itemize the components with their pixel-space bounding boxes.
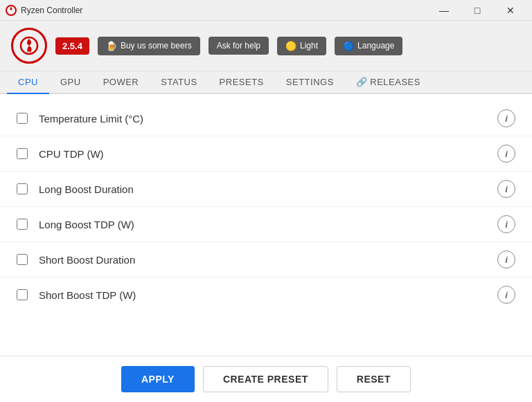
label-long-boost-duration: Long Boost Duration	[39, 183, 497, 195]
tab-cpu[interactable]: CPU	[7, 71, 49, 94]
language-icon: 🔵	[343, 41, 354, 51]
setting-row-temp-limit: Temperature Limit (°C) i	[0, 101, 532, 136]
tab-presets[interactable]: PRESETS	[209, 71, 275, 94]
tab-status[interactable]: STATUS	[150, 71, 208, 94]
info-btn-temp-limit[interactable]: i	[497, 109, 515, 127]
title-bar: Ryzen Controller — □ ✕	[0, 0, 532, 21]
minimize-button[interactable]: —	[428, 0, 460, 21]
app-icon	[6, 5, 17, 16]
info-btn-long-boost-tdp[interactable]: i	[497, 215, 515, 233]
beer-icon: 🍺	[106, 41, 117, 51]
info-btn-short-boost-tdp[interactable]: i	[497, 286, 515, 304]
title-bar-controls: — □ ✕	[428, 0, 526, 21]
setting-row-short-boost-tdp: Short Boost TDP (W) i	[0, 277, 532, 312]
setting-row-long-boost-duration: Long Boost Duration i	[0, 172, 532, 207]
maximize-button[interactable]: □	[461, 0, 493, 21]
reset-button[interactable]: RESET	[337, 366, 411, 392]
checkbox-long-boost-duration[interactable]	[17, 183, 28, 194]
info-btn-long-boost-duration[interactable]: i	[497, 180, 515, 198]
close-button[interactable]: ✕	[495, 0, 526, 21]
footer: APPLY CREATE PRESET RESET	[0, 356, 532, 402]
label-cpu-tdp: CPU TDP (W)	[39, 148, 497, 160]
light-button[interactable]: 🟡 Light	[277, 37, 326, 55]
label-temp-limit: Temperature Limit (°C)	[39, 113, 497, 125]
version-badge[interactable]: 2.5.4	[55, 37, 89, 55]
create-preset-button[interactable]: CREATE PRESET	[203, 366, 328, 392]
info-btn-short-boost-duration[interactable]: i	[497, 250, 515, 268]
setting-row-cpu-tdp: CPU TDP (W) i	[0, 136, 532, 172]
nav-tabs: CPU GPU POWER STATUS PRESETS SETTINGS 🔗 …	[0, 71, 532, 94]
ryzen-logo	[19, 36, 39, 55]
buy-beer-button[interactable]: 🍺 Buy us some beers	[98, 37, 200, 55]
main-content: Temperature Limit (°C) i CPU TDP (W) i L…	[0, 94, 532, 356]
label-long-boost-tdp: Long Boost TDP (W)	[39, 219, 497, 230]
apply-button[interactable]: APPLY	[121, 366, 195, 392]
setting-row-short-boost-duration: Short Boost Duration i	[0, 242, 532, 277]
label-short-boost-duration: Short Boost Duration	[39, 254, 497, 266]
setting-row-long-boost-tdp: Long Boost TDP (W) i	[0, 207, 532, 242]
header: 2.5.4 🍺 Buy us some beers Ask for help 🟡…	[0, 21, 532, 71]
tab-power[interactable]: POWER	[92, 71, 150, 94]
label-short-boost-tdp: Short Boost TDP (W)	[39, 289, 497, 301]
tab-gpu[interactable]: GPU	[49, 71, 92, 94]
app-title: Ryzen Controller	[21, 6, 82, 15]
tab-settings[interactable]: SETTINGS	[275, 71, 345, 94]
checkbox-temp-limit[interactable]	[17, 113, 28, 124]
ask-help-button[interactable]: Ask for help	[209, 37, 269, 55]
info-btn-cpu-tdp[interactable]: i	[497, 145, 515, 163]
light-icon: 🟡	[285, 41, 296, 51]
checkbox-short-boost-duration[interactable]	[17, 254, 28, 265]
logo	[11, 28, 47, 64]
tab-releases[interactable]: 🔗 RELEASES	[345, 71, 432, 94]
title-bar-left: Ryzen Controller	[6, 5, 82, 16]
checkbox-long-boost-tdp[interactable]	[17, 219, 28, 230]
language-button[interactable]: 🔵 Language	[335, 37, 402, 55]
checkbox-short-boost-tdp[interactable]	[17, 289, 28, 300]
checkbox-cpu-tdp[interactable]	[17, 148, 28, 159]
